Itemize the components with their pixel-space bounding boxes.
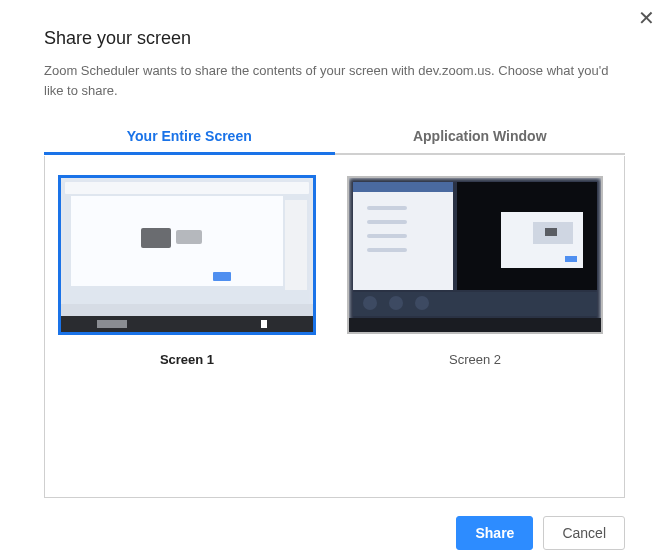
dialog-actions: Share Cancel — [44, 516, 625, 550]
cancel-button[interactable]: Cancel — [543, 516, 625, 550]
share-screen-dialog: ✕ Share your screen Zoom Scheduler wants… — [0, 0, 669, 554]
tab-entire-screen[interactable]: Your Entire Screen — [44, 118, 335, 155]
share-button[interactable]: Share — [456, 516, 533, 550]
tab-bar: Your Entire Screen Application Window — [44, 118, 625, 156]
screen-option-2[interactable]: Screen 2 — [347, 176, 603, 367]
close-icon[interactable]: ✕ — [638, 8, 655, 28]
screen-1-thumbnail[interactable] — [59, 176, 315, 334]
screen-options-panel: Screen 1 Screen — [44, 156, 625, 498]
tab-application-window[interactable]: Application Window — [335, 118, 626, 155]
dialog-title: Share your screen — [44, 28, 625, 49]
screen-option-1[interactable]: Screen 1 — [59, 176, 315, 367]
dialog-description: Zoom Scheduler wants to share the conten… — [44, 61, 625, 100]
screen-2-label: Screen 2 — [449, 352, 501, 367]
screen-1-label: Screen 1 — [160, 352, 214, 367]
screen-2-thumbnail[interactable] — [347, 176, 603, 334]
